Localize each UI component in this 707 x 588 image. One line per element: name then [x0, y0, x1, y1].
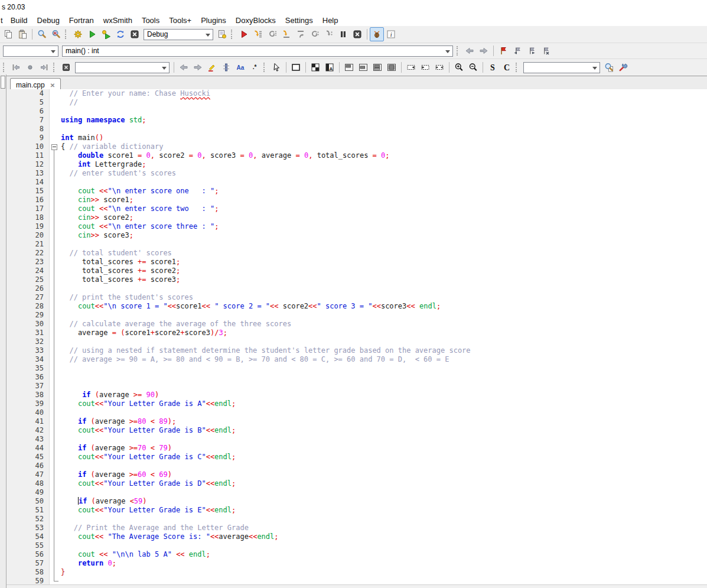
code-text[interactable]: [59, 107, 61, 116]
line-number[interactable]: 11: [6, 151, 50, 160]
code-line[interactable]: 8: [6, 125, 707, 134]
line-number[interactable]: 56: [6, 550, 50, 559]
code-line[interactable]: 33 // using a nested if statement determ…: [6, 346, 707, 355]
code-text[interactable]: if (average >=60 < 69): [59, 470, 172, 479]
code-text[interactable]: cin>> score3;: [59, 231, 133, 240]
line-number[interactable]: 31: [6, 329, 50, 337]
code-line[interactable]: 36: [6, 373, 707, 382]
code-text[interactable]: //: [59, 98, 78, 107]
stretch-spacer-icon[interactable]: S: [486, 60, 500, 74]
clear-bookmarks-icon[interactable]: [539, 44, 553, 58]
line-number[interactable]: 15: [6, 187, 50, 196]
code-line[interactable]: 26: [6, 284, 707, 293]
code-line[interactable]: 7using namespace std;: [6, 116, 707, 125]
code-text[interactable]: [59, 577, 61, 585]
code-text[interactable]: average = (score1+score2+score3)/3;: [59, 329, 227, 337]
code-line[interactable]: 46: [6, 462, 707, 470]
chevron-down-icon[interactable]: [592, 67, 597, 72]
fold-margin[interactable]: [50, 373, 59, 382]
toolbar-grip-handle[interactable]: [65, 30, 68, 39]
code-text[interactable]: [59, 541, 61, 550]
code-text[interactable]: [59, 337, 61, 346]
code-text[interactable]: double score1 = 0, score2 = 0, score3 = …: [59, 151, 390, 160]
code-text[interactable]: cout<<"Your Letter Grade is B"<<endl;: [59, 426, 236, 435]
build-run-icon[interactable]: [99, 27, 113, 41]
chevron-down-icon[interactable]: [206, 34, 210, 39]
code-text[interactable]: cin>> score2;: [59, 213, 133, 222]
fold-margin[interactable]: [50, 453, 59, 462]
code-text[interactable]: cout<<"Your Letter Grade is C"<<endl;: [59, 453, 236, 462]
code-text[interactable]: { // variable dictionary: [59, 142, 163, 151]
fold-margin[interactable]: [50, 116, 59, 125]
chevron-down-icon[interactable]: [162, 67, 167, 72]
highlight-occurrences-icon[interactable]: [205, 60, 219, 74]
browse-forward-icon[interactable]: [477, 44, 491, 58]
frame-widget-icon[interactable]: [289, 60, 303, 74]
stop-debugger-icon[interactable]: [350, 27, 364, 41]
code-text[interactable]: using namespace std;: [59, 116, 146, 125]
fold-margin[interactable]: [50, 515, 59, 524]
menu-item-plugins[interactable]: Plugins: [196, 15, 231, 25]
line-number[interactable]: 47: [6, 470, 50, 479]
code-line[interactable]: 19 cout <<"\n enter score three : ";: [6, 222, 707, 231]
code-text[interactable]: [59, 125, 61, 134]
code-line[interactable]: 47 if (average >=60 < 69): [6, 470, 707, 479]
zoom-in-icon[interactable]: [452, 60, 466, 74]
code-line[interactable]: 45 cout<<"Your Letter Grade is C"<<endl;: [6, 453, 707, 462]
step-into-instruction-icon[interactable]: [322, 27, 336, 41]
toolbar-grip-handle[interactable]: [516, 63, 519, 72]
code-line[interactable]: 43: [6, 435, 707, 444]
fold-margin[interactable]: [50, 426, 59, 435]
fold-margin[interactable]: [50, 532, 59, 541]
code-text[interactable]: total_scores += score1;: [59, 258, 180, 267]
code-text[interactable]: // print the student's scores: [59, 293, 193, 302]
fold-margin[interactable]: [50, 169, 59, 178]
management-pane-edge[interactable]: [0, 74, 6, 588]
next-instruction-icon[interactable]: [308, 27, 322, 41]
fold-margin[interactable]: [50, 541, 59, 550]
code-line[interactable]: 16 cin>> score1;: [6, 196, 707, 204]
code-text[interactable]: int Lettergrade;: [59, 160, 146, 169]
find-icon[interactable]: [35, 27, 49, 41]
code-text[interactable]: int main(): [59, 134, 103, 142]
pane-splitter-handle[interactable]: [1, 76, 5, 89]
code-line[interactable]: 53 // Print the Average and the Letter G…: [6, 524, 707, 532]
code-text[interactable]: [59, 178, 61, 187]
fold-collapse-icon[interactable]: [51, 144, 57, 150]
line-number[interactable]: 5: [6, 98, 50, 107]
fold-margin[interactable]: [50, 204, 59, 213]
line-number[interactable]: 55: [6, 541, 50, 550]
fold-margin[interactable]: [50, 462, 59, 470]
line-number[interactable]: 24: [6, 267, 50, 275]
code-line[interactable]: 55: [6, 541, 707, 550]
fold-margin[interactable]: [50, 196, 59, 204]
code-line[interactable]: 28 cout<<"\n score 1 = "<<score1<< " sco…: [6, 302, 707, 311]
code-text[interactable]: cout<<"Your Letter Grade is D"<<endl;: [59, 479, 236, 488]
line-number[interactable]: 17: [6, 204, 50, 213]
code-text[interactable]: [59, 515, 61, 524]
menu-item-tools[interactable]: Tools: [137, 15, 164, 25]
menu-item-tools-[interactable]: Tools+: [164, 15, 196, 25]
line-number[interactable]: 28: [6, 302, 50, 311]
various-info-icon[interactable]: i: [384, 27, 398, 41]
code-line[interactable]: 11 double score1 = 0, score2 = 0, score3…: [6, 151, 707, 160]
code-line[interactable]: 24 total_scores += score2;: [6, 267, 707, 275]
fold-margin[interactable]: [50, 577, 59, 585]
toolbar-grip-handle[interactable]: [457, 46, 460, 56]
menu-item-doxyblocks[interactable]: DoxyBlocks: [231, 15, 281, 25]
search-next-icon[interactable]: [191, 60, 205, 74]
build-options-icon[interactable]: [215, 27, 229, 41]
fold-margin[interactable]: [50, 488, 59, 497]
line-number[interactable]: 10: [6, 142, 50, 151]
code-text[interactable]: [59, 284, 61, 293]
next-line-icon[interactable]: [265, 27, 279, 41]
code-line[interactable]: 15 cout <<"\n enter score one : ";: [6, 187, 707, 196]
code-text[interactable]: cout<< "The Average Score is: "<<average…: [59, 532, 279, 541]
line-number[interactable]: 26: [6, 284, 50, 293]
code-line[interactable]: 48 cout<<"Your Letter Grade is D"<<endl;: [6, 479, 707, 488]
code-line[interactable]: 29: [6, 311, 707, 320]
replace-icon[interactable]: R: [49, 27, 63, 41]
code-text[interactable]: // total student' scores: [59, 249, 172, 258]
use-regex-icon[interactable]: .*: [247, 60, 262, 74]
next-change-icon[interactable]: [37, 60, 51, 74]
